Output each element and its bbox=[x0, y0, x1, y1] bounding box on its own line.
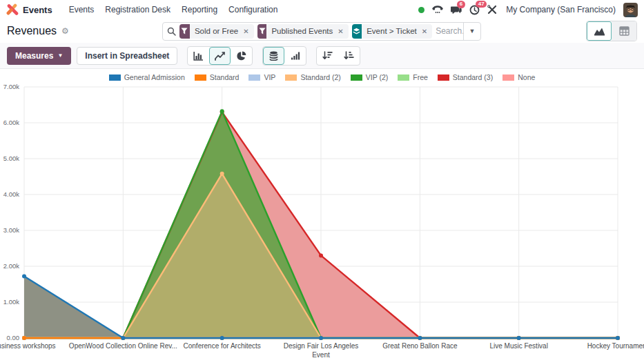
search-icon bbox=[167, 27, 176, 36]
x-axis-label: Hockey Tournament bbox=[587, 342, 644, 350]
legend-item[interactable]: General Admission bbox=[109, 73, 185, 81]
y-axis-tick: 0.00 bbox=[7, 334, 20, 341]
odoo-events-logo-icon bbox=[6, 3, 19, 16]
action-gear-icon[interactable]: ⚙ bbox=[61, 27, 69, 35]
activities-count-badge: 47 bbox=[476, 1, 487, 8]
legend-swatch bbox=[248, 74, 260, 81]
stacked-toggle-button[interactable] bbox=[263, 47, 284, 65]
menu-configuration[interactable]: Configuration bbox=[228, 5, 277, 14]
odoo-events-app: Events Events Registration Desk Reportin… bbox=[0, 0, 644, 358]
measures-button[interactable]: Measures ▼ bbox=[7, 47, 71, 65]
series-point bbox=[22, 336, 26, 340]
graph-view-button[interactable] bbox=[587, 21, 612, 41]
y-axis-tick: 6.00k bbox=[3, 119, 19, 126]
stacked-cumulative-group bbox=[262, 46, 306, 66]
series-point bbox=[517, 336, 521, 340]
pie-chart-button[interactable] bbox=[231, 47, 252, 65]
legend-label: None bbox=[518, 73, 535, 81]
legend-item[interactable]: Standard (2) bbox=[285, 73, 340, 81]
sort-amount-desc-icon bbox=[322, 51, 333, 60]
legend-label: Standard bbox=[210, 73, 240, 81]
search-input[interactable] bbox=[436, 26, 463, 36]
facet-label: Event > Ticket bbox=[362, 27, 422, 35]
tools-button[interactable] bbox=[487, 5, 497, 14]
legend-item[interactable]: VIP (2) bbox=[351, 73, 388, 81]
legend-item[interactable]: None bbox=[502, 73, 535, 81]
sort-descending-button[interactable] bbox=[317, 47, 338, 65]
x-axis-label: Conference for Architects bbox=[184, 342, 261, 350]
pivot-view-button[interactable] bbox=[612, 21, 636, 41]
menu-reporting[interactable]: Reporting bbox=[182, 5, 217, 14]
insert-in-spreadsheet-button[interactable]: Insert in Spreadsheet bbox=[77, 47, 177, 65]
revenue-area-chart: 0.001.00k2.00k3.00k4.00k5.00k6.00k7.00kB… bbox=[0, 83, 644, 358]
x-axis-label: Great Reno Ballon Race bbox=[382, 342, 458, 350]
pivot-table-icon bbox=[619, 26, 630, 36]
remove-facet-icon[interactable]: ✕ bbox=[243, 28, 253, 35]
voip-phone-button[interactable] bbox=[432, 5, 443, 14]
legend-swatch bbox=[398, 74, 409, 81]
search-facet-filter: Published Events ✕ bbox=[257, 24, 349, 39]
app-switcher[interactable]: Events bbox=[6, 3, 52, 16]
legend-item[interactable]: Standard bbox=[195, 73, 240, 81]
remove-facet-icon[interactable]: ✕ bbox=[338, 28, 348, 35]
legend-label: VIP (2) bbox=[366, 73, 388, 81]
x-axis-label: OpenWood Collection Online Rev... bbox=[69, 342, 177, 350]
messages-count-badge: 6 bbox=[457, 1, 465, 8]
user-avatar[interactable] bbox=[623, 3, 638, 17]
top-navbar: Events Events Registration Desk Reportin… bbox=[0, 0, 644, 19]
legend-swatch bbox=[502, 74, 514, 81]
search-options-toggle[interactable]: ▼ bbox=[463, 23, 480, 40]
chevron-down-icon: ▼ bbox=[57, 52, 63, 59]
search-facet-groupby: Event > Ticket ✕ bbox=[352, 24, 432, 39]
x-axis-title: Event bbox=[312, 351, 330, 358]
series-point bbox=[319, 253, 323, 257]
y-axis-tick: 4.00k bbox=[3, 190, 19, 198]
breadcrumb: Revenues ⚙ bbox=[7, 25, 162, 37]
facet-label: Sold or Free bbox=[190, 27, 243, 35]
navbar-right: 6 47 My Company (San Francisco) bbox=[418, 3, 638, 17]
menu-registration-desk[interactable]: Registration Desk bbox=[105, 5, 170, 14]
legend-label: Standard (2) bbox=[300, 73, 340, 81]
page-title: Revenues bbox=[7, 25, 57, 37]
company-name[interactable]: My Company (San Francisco) bbox=[506, 5, 616, 14]
series-point bbox=[22, 275, 26, 279]
legend-swatch bbox=[109, 74, 121, 81]
series-point bbox=[121, 336, 125, 340]
layers-icon bbox=[352, 24, 362, 39]
x-axis-label: Business workshops bbox=[0, 342, 56, 350]
menu-events[interactable]: Events bbox=[69, 5, 95, 14]
legend-swatch bbox=[285, 74, 297, 81]
sort-amount-asc-icon bbox=[344, 51, 354, 60]
series-point bbox=[616, 336, 620, 340]
filter-icon bbox=[179, 24, 190, 39]
legend-label: Free bbox=[413, 73, 428, 81]
search-bar[interactable]: Sold or Free ✕ Published Events ✕ Event … bbox=[162, 22, 481, 41]
activities-button[interactable]: 47 bbox=[469, 5, 480, 15]
remove-facet-icon[interactable]: ✕ bbox=[422, 28, 432, 35]
legend-item[interactable]: Free bbox=[398, 73, 428, 81]
legend-item[interactable]: Standard (3) bbox=[438, 73, 493, 81]
x-axis-label: Live Music Festival bbox=[489, 342, 547, 350]
graph-toolbar: Measures ▼ Insert in Spreadsheet bbox=[0, 43, 644, 69]
legend-item[interactable]: VIP bbox=[248, 73, 275, 81]
presence-status-icon bbox=[418, 7, 425, 13]
navbar-left: Events Events Registration Desk Reportin… bbox=[6, 3, 277, 16]
app-name: Events bbox=[23, 5, 52, 15]
bar-chart-button[interactable] bbox=[188, 47, 209, 65]
chart-area: General AdmissionStandardVIPStandard (2)… bbox=[0, 69, 644, 358]
chart-legend: General AdmissionStandardVIPStandard (2)… bbox=[0, 69, 644, 83]
view-switcher bbox=[586, 21, 637, 41]
signal-bars-icon bbox=[291, 51, 300, 60]
sort-ascending-button[interactable] bbox=[338, 47, 360, 65]
cumulative-toggle-button[interactable] bbox=[284, 47, 306, 65]
messages-button[interactable]: 6 bbox=[451, 5, 462, 14]
y-axis-tick: 1.00k bbox=[3, 298, 19, 306]
filter-icon bbox=[257, 24, 267, 39]
bar-chart-icon bbox=[193, 51, 204, 61]
line-chart-button[interactable] bbox=[209, 47, 231, 65]
legend-label: Standard (3) bbox=[453, 73, 493, 81]
y-axis-tick: 7.00k bbox=[3, 83, 19, 90]
chart-type-group bbox=[187, 46, 253, 66]
legend-swatch bbox=[438, 74, 449, 81]
legend-swatch bbox=[195, 74, 206, 81]
